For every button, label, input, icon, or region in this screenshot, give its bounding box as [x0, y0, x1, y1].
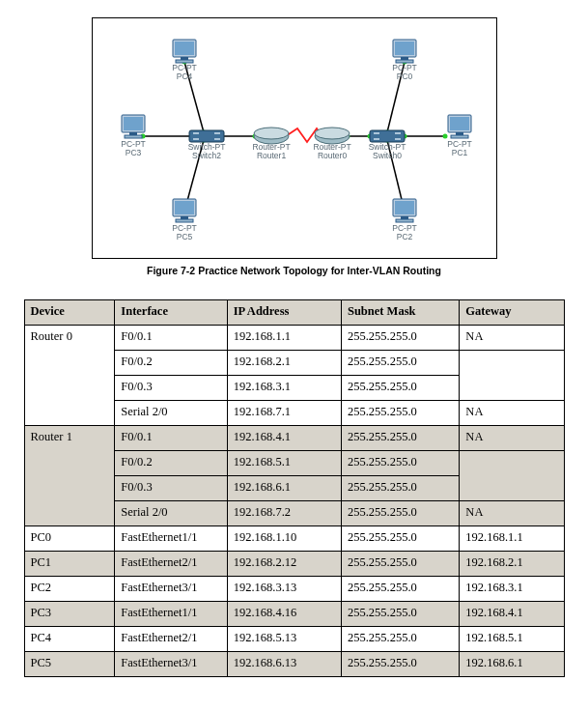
table-cell: FastEthernet3/1 [115, 652, 227, 677]
table-cell: 192.168.7.1 [227, 401, 341, 426]
figure-caption: Figure 7-2 Practice Network Topology for… [12, 265, 576, 276]
sw2-label-2: Switch2 [192, 151, 221, 160]
table-cell: 255.255.255.0 [341, 351, 459, 376]
table-row: Router 1F0/0.1192.168.4.1255.255.255.0NA [24, 426, 564, 451]
table-cell: 255.255.255.0 [341, 326, 459, 351]
table-cell: 255.255.255.0 [341, 401, 459, 426]
table-cell: 255.255.255.0 [341, 526, 459, 552]
table-cell: Router 1 [24, 426, 115, 526]
table-cell: 255.255.255.0 [341, 652, 459, 677]
table-cell: F0/0.1 [115, 426, 227, 451]
table-row: PC5FastEthernet3/1192.168.6.13255.255.25… [24, 652, 564, 677]
table-cell: PC4 [24, 627, 115, 652]
table-cell: 192.168.1.1 [460, 526, 564, 552]
topology-diagram: PC-PT PC4 PC-PT PC0 PC-PT PC3 PC-PT PC1 … [92, 17, 497, 259]
table-cell: FastEthernet1/1 [115, 526, 227, 552]
table-cell: 192.168.5.1 [227, 451, 341, 476]
table-cell: PC3 [24, 602, 115, 627]
table-row: PC2FastEthernet3/1192.168.3.13255.255.25… [24, 577, 564, 602]
table-cell: F0/0.1 [115, 326, 227, 351]
th-device: Device [24, 300, 115, 326]
table-cell: 192.168.7.2 [227, 501, 341, 526]
table-cell: F0/0.3 [115, 476, 227, 501]
table-row: PC3FastEthernet1/1192.168.4.16255.255.25… [24, 602, 564, 627]
pc3-label-2: PC3 [125, 148, 141, 157]
table-cell: F0/0.3 [115, 376, 227, 401]
table-row: Router 0F0/0.1192.168.1.1255.255.255.0NA [24, 326, 564, 351]
pc1-label-2: PC1 [451, 148, 467, 157]
table-cell: 192.168.1.1 [227, 326, 341, 351]
th-gateway: Gateway [460, 300, 564, 326]
th-interface: Interface [115, 300, 227, 326]
pc5-icon [173, 199, 196, 222]
table-cell: 192.168.5.1 [460, 627, 564, 652]
switch0-icon [370, 130, 405, 142]
pc2-icon [393, 199, 416, 222]
table-cell [460, 451, 564, 501]
table-cell: NA [460, 501, 564, 526]
table-cell: 255.255.255.0 [341, 552, 459, 577]
table-cell: F0/0.2 [115, 351, 227, 376]
pc0-icon [393, 40, 416, 63]
switch2-icon [189, 130, 224, 142]
table-cell: FastEthernet2/1 [115, 552, 227, 577]
table-cell: NA [460, 326, 564, 351]
table-cell: 192.168.3.1 [460, 577, 564, 602]
table-cell: 255.255.255.0 [341, 627, 459, 652]
pc4-label-2: PC4 [176, 71, 192, 81]
table-header-row: Device Interface IP Address Subnet Mask … [24, 300, 564, 326]
table-cell: 192.168.4.16 [227, 602, 341, 627]
table-cell: 255.255.255.0 [341, 602, 459, 627]
table-cell: 192.168.3.13 [227, 577, 341, 602]
table-cell: 255.255.255.0 [341, 501, 459, 526]
th-ip: IP Address [227, 300, 341, 326]
r1-label-2: Router1 [256, 151, 286, 160]
table-cell: 192.168.2.12 [227, 552, 341, 577]
pc0-label-2: PC0 [396, 71, 412, 81]
addressing-table: Device Interface IP Address Subnet Mask … [24, 299, 565, 677]
pc1-icon [448, 115, 471, 138]
table-cell: 192.168.2.1 [227, 351, 341, 376]
table-cell: Serial 2/0 [115, 501, 227, 526]
table-cell: F0/0.2 [115, 451, 227, 476]
table-cell: 192.168.4.1 [460, 602, 564, 627]
table-cell: 255.255.255.0 [341, 577, 459, 602]
sw0-label-2: Switch0 [373, 151, 402, 160]
table-cell: NA [460, 401, 564, 426]
table-cell: Router 0 [24, 326, 115, 426]
table-cell: FastEthernet2/1 [115, 627, 227, 652]
table-row: PC4FastEthernet2/1192.168.5.13255.255.25… [24, 627, 564, 652]
table-cell: PC2 [24, 577, 115, 602]
pc5-label-2: PC5 [176, 232, 192, 241]
table-cell: 255.255.255.0 [341, 476, 459, 501]
table-cell: NA [460, 426, 564, 451]
table-cell: FastEthernet1/1 [115, 602, 227, 627]
pc4-icon [173, 40, 196, 63]
table-cell: 192.168.3.1 [227, 376, 341, 401]
table-cell: PC1 [24, 552, 115, 577]
table-cell [460, 351, 564, 401]
table-cell: 192.168.4.1 [227, 426, 341, 451]
table-row: PC0FastEthernet1/1192.168.1.10255.255.25… [24, 526, 564, 552]
r0-label-2: Router0 [317, 151, 347, 160]
th-mask: Subnet Mask [341, 300, 459, 326]
table-cell: 192.168.1.10 [227, 526, 341, 552]
table-cell: 192.168.6.1 [460, 652, 564, 677]
table-cell: 255.255.255.0 [341, 451, 459, 476]
table-cell: 255.255.255.0 [341, 426, 459, 451]
table-cell: 192.168.5.13 [227, 627, 341, 652]
table-cell: PC5 [24, 652, 115, 677]
table-cell: PC0 [24, 526, 115, 552]
table-row: PC1FastEthernet2/1192.168.2.12255.255.25… [24, 552, 564, 577]
table-cell: 192.168.2.1 [460, 552, 564, 577]
table-cell: Serial 2/0 [115, 401, 227, 426]
table-cell: 192.168.6.13 [227, 652, 341, 677]
table-cell: 255.255.255.0 [341, 376, 459, 401]
pc2-label-2: PC2 [396, 232, 412, 241]
table-cell: 192.168.6.1 [227, 476, 341, 501]
table-cell: FastEthernet3/1 [115, 577, 227, 602]
